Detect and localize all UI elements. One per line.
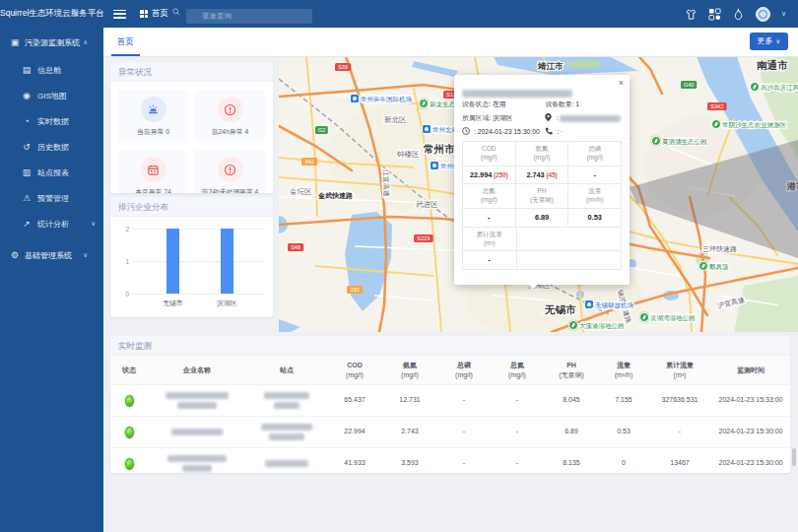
tab-bar: 首页 更多∨	[103, 28, 798, 57]
map-poi-label: 常州奔牛国际机场	[361, 96, 412, 103]
chart-bar	[166, 229, 179, 294]
user-avatar[interactable]	[756, 7, 770, 22]
monitor-panel-title: 实时监测	[110, 336, 790, 356]
sidebar-item-站点报表[interactable]: ▥站点报表	[0, 160, 103, 185]
apps-grid-icon[interactable]	[708, 8, 721, 21]
poi-glyph	[353, 97, 357, 100]
monitor-column-header: COD(mg/l)	[327, 361, 382, 380]
monitor-column-header: PH(无量纲)	[544, 361, 599, 380]
popup-close-button[interactable]: ×	[619, 78, 624, 88]
alert-manage-icon: ⚠	[22, 193, 32, 203]
chart-ytick: 1	[118, 258, 129, 265]
popup-table-value-cell: 22.994 (250)	[463, 166, 516, 184]
reading-cell: -	[648, 427, 711, 437]
map-poi-label: 常阴沙生态农业旅游区	[722, 121, 787, 129]
chevron-down-icon: ∨	[776, 38, 780, 44]
table-row[interactable]: 22.9942.743--6.890.53-2024-01-23 15:30:0…	[110, 417, 790, 448]
sidebar-item-实时数据[interactable]: ◔实时数据	[0, 108, 103, 134]
theme-shirt-icon[interactable]	[685, 8, 698, 21]
station-cell	[246, 460, 327, 467]
status-cell	[110, 458, 148, 470]
more-button[interactable]: 更多∨	[750, 33, 788, 50]
redacted-enterprise-title	[462, 90, 572, 98]
chart-ytick: 2	[118, 226, 129, 233]
realtime-data-icon: ◔	[22, 116, 32, 126]
warning-circle-icon	[218, 157, 243, 182]
popup-table-header-cell: 累计流量(m³)	[463, 228, 517, 251]
reading-name: 累计流量	[464, 231, 515, 239]
search-icon	[172, 8, 180, 16]
sidebar-item-label: 预警管理	[37, 193, 103, 204]
station-info-popup: × 设备状态: 在用 设备数量: 1 所属区域: 滨湖区 : : 2024-01…	[454, 75, 630, 285]
monitor-table-header: 状态企业名称站点COD(mg/l)氨氮(mg/l)总磷(mg/l)总氮(mg/l…	[110, 356, 790, 385]
popup-readings-table: COD(mg/l)氨氮(mg/l)总磷(mg/l)22.994 (250)2.7…	[462, 141, 622, 270]
status-online-dot	[125, 427, 134, 438]
top-bar: Squirrel生态环境云服务平台 首页 ∨	[0, 0, 798, 28]
sidebar-item-历史数据[interactable]: ↺历史数据	[0, 134, 103, 160]
monitor-time-cell: 2024-01-23 15:30:00	[711, 458, 790, 469]
statistics-icon: ↗	[22, 219, 32, 229]
reading-cell: 8.045	[544, 395, 599, 406]
monitor-column-header: 总磷(mg/l)	[437, 361, 491, 380]
column-name: COD	[327, 361, 382, 370]
chart-xlabel: 无锡市	[163, 299, 182, 308]
chevron-up-icon: ∧	[83, 38, 96, 46]
sidebar-item-信息舱[interactable]: ▤信息舱	[0, 57, 103, 83]
chart-gridline	[132, 229, 265, 230]
abnormal-card[interactable]: 前24h未处理异常 4	[195, 150, 265, 193]
sidebar-item-base-management-system[interactable]: ⚙ 基础管理系统 ∨	[0, 240, 103, 270]
sidebar-item-预警管理[interactable]: ⚠预警管理	[0, 185, 103, 211]
device-status-value: 在用	[493, 100, 506, 107]
reading-cell: -	[491, 395, 544, 406]
reading-unit: (m³)	[464, 239, 515, 248]
monitor-column-header: 站点	[246, 366, 327, 375]
map-poi-label: 大溪港湿地公园	[579, 322, 625, 330]
abnormal-panel-title: 异常状况	[110, 62, 273, 82]
sidebar: ▣ 污染源监测系统 ∧ ▤信息舱◉GIS地图◔实时数据↺历史数据▥站点报表⚠预警…	[0, 28, 103, 532]
chart-bar	[221, 229, 233, 294]
reading-cell: -	[437, 458, 491, 469]
user-menu-chevron-icon[interactable]: ∨	[781, 10, 786, 18]
station-cell	[246, 392, 327, 409]
column-name: 总磷	[437, 361, 491, 370]
tab-home[interactable]: 首页	[111, 28, 140, 56]
popup-table-value-row: -	[463, 251, 621, 270]
abnormal-card[interactable]: 当前异常 0	[118, 90, 188, 143]
redacted-station-name	[261, 424, 312, 431]
redacted-station-name	[269, 433, 304, 440]
sidebar-item-pollution-monitoring-system[interactable]: ▣ 污染源监测系统 ∧	[0, 28, 103, 57]
redacted-enterprise-name	[182, 465, 212, 472]
sidebar-item-GIS地图[interactable]: ◉GIS地图	[0, 83, 103, 108]
map-poi-label: 贡湖湾湿地公园	[650, 314, 696, 322]
abnormal-card[interactable]: 本月异常 74	[118, 150, 188, 193]
column-name: 企业名称	[148, 366, 246, 375]
reading-name: PH	[517, 187, 567, 196]
sidebar-item-统计分析[interactable]: ↗统计分析∨	[0, 211, 103, 236]
table-row[interactable]: 65.43712.731--8.0457.155327636.5312024-0…	[110, 385, 790, 417]
popup-table-header-cell: 总氮(mg/l)	[463, 184, 516, 208]
column-name: 监测时间	[711, 366, 790, 375]
status-online-dot	[125, 458, 134, 470]
column-unit: (m³/h)	[599, 370, 648, 380]
map-poi-label: 黄泗浦生态公园	[662, 138, 707, 146]
search-input[interactable]	[186, 9, 312, 24]
sidebar-item-label: 统计分析	[37, 219, 91, 230]
column-unit: (mg/l)	[491, 370, 544, 380]
reading-cell: 12.731	[382, 395, 437, 406]
abnormal-card-label: 当前异常 0	[120, 127, 186, 137]
redacted-enterprise-name	[171, 429, 223, 435]
map-city-label: 南通市	[757, 59, 788, 71]
monitor-system-icon: ▣	[10, 37, 20, 47]
reading-cell: 7.155	[599, 395, 648, 406]
table-row[interactable]: 41.9333.593--8.1350134672024-01-23 15:30…	[110, 448, 790, 473]
map-poi-label: 鹅真荡	[709, 263, 729, 271]
road-number-text: G2	[318, 127, 325, 133]
device-count-value: 1	[575, 100, 579, 107]
topbar-home-link[interactable]: 首页	[140, 8, 168, 20]
abnormal-card[interactable]: 前24h异常 4	[195, 90, 265, 143]
chart-panel-title: 排污企业分布	[110, 197, 273, 217]
hamburger-menu-icon[interactable]	[113, 10, 126, 19]
scrollbar-thumb[interactable]	[792, 448, 796, 466]
road-number-text: S229	[417, 235, 430, 241]
flame-icon[interactable]	[732, 8, 745, 21]
